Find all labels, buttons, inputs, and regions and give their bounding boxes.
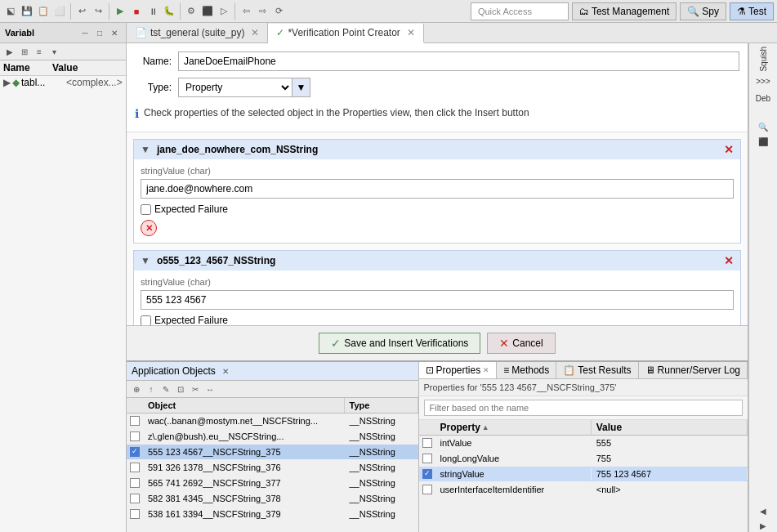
- tab-vp[interactable]: ✓ *Verification Point Creator ✕: [268, 24, 423, 43]
- test-button[interactable]: ⚗ Test: [730, 2, 774, 20]
- toolbar-icon-12[interactable]: ⟳: [271, 4, 286, 19]
- app-objects-close-icon[interactable]: ✕: [219, 364, 232, 378]
- suite-tab-close[interactable]: ✕: [251, 27, 259, 38]
- maximize-icon[interactable]: □: [93, 26, 106, 39]
- name-row: Name:: [135, 51, 739, 71]
- quick-access[interactable]: Quick Access: [471, 2, 569, 20]
- tab-runner-server[interactable]: 🖥 Runner/Server Log: [639, 362, 748, 378]
- ao-toolbar-icon-3[interactable]: ✎: [159, 382, 172, 396]
- table-row[interactable]: longLongValue 755: [419, 451, 748, 467]
- var-toolbar-icon-3[interactable]: ≡: [33, 45, 46, 58]
- ao-row-5-checkbox[interactable]: [127, 494, 143, 503]
- ao-toolbar-icon-1[interactable]: ⊕: [130, 382, 143, 396]
- toolbar-icon-1[interactable]: ⬕: [3, 4, 18, 19]
- list-item[interactable]: 565 741 2692__NSCFString_377 __NSString: [127, 476, 418, 491]
- prop-row-0-property: intValue: [435, 437, 592, 449]
- toolbar-icon-9[interactable]: ▷: [217, 4, 231, 19]
- toolbar-icon-10[interactable]: ⇦: [239, 4, 253, 19]
- minimize-icon[interactable]: ─: [78, 26, 92, 39]
- var-type-icon: ◆: [12, 77, 20, 88]
- vp-email-expected-failure-checkbox[interactable]: [141, 204, 151, 215]
- toolbar-icon-5[interactable]: ↩: [74, 4, 89, 19]
- prop-check-col: [419, 420, 435, 435]
- squish-label: Squish: [759, 47, 768, 72]
- test-management-button[interactable]: 🗂 Test Management: [572, 2, 677, 20]
- expand-panel-icon[interactable]: ◀: [757, 504, 770, 517]
- toolbar-icon-4[interactable]: ⬜: [52, 4, 67, 19]
- prop-row-2-checkbox[interactable]: [419, 469, 435, 479]
- vp-email-error-icon[interactable]: ✕: [141, 220, 157, 236]
- editor-panel: Name: Type: Property ▼ ℹ: [127, 43, 748, 532]
- ao-row-6-checkbox[interactable]: [127, 509, 143, 519]
- toolbar-icon-6[interactable]: ↪: [91, 4, 105, 19]
- list-item[interactable]: wac(..banan@mostym.net__NSCFString... __…: [127, 414, 418, 429]
- vp-section-phone-toggle[interactable]: ▼: [141, 255, 150, 266]
- properties-tabs: ⊡ Properties ✕ ≡ Methods 📋 Test Results: [419, 362, 748, 379]
- toolbar-icon-pause[interactable]: ⏸: [145, 4, 160, 19]
- type-select-arrow[interactable]: ▼: [292, 78, 310, 97]
- vp-phone-expected-failure-checkbox[interactable]: [141, 315, 151, 326]
- toolbar-icon-11[interactable]: ⇨: [255, 4, 270, 19]
- ao-toolbar-icon-2[interactable]: ↑: [145, 382, 158, 396]
- toolbar-icon-stop[interactable]: ■: [129, 4, 144, 19]
- ao-row-1-checkbox[interactable]: [127, 431, 143, 441]
- right-panel-icon-2[interactable]: ⬛: [757, 136, 770, 149]
- ao-toolbar-icon-5[interactable]: ✂: [189, 382, 202, 396]
- ao-row-2-checkbox[interactable]: [127, 447, 143, 457]
- table-row[interactable]: userInterfaceItemIdentifier <null>: [419, 482, 748, 498]
- toolbar-icon-2[interactable]: 💾: [20, 4, 34, 19]
- toolbar-icon-run[interactable]: ▶: [113, 4, 127, 19]
- tab-methods[interactable]: ≡ Methods: [497, 362, 556, 378]
- prop-row-3-checkbox[interactable]: [419, 485, 435, 494]
- list-item[interactable]: z\.glen@bush).eu__NSCFString... __NSStri…: [127, 429, 418, 445]
- tab-properties[interactable]: ⊡ Properties ✕: [419, 362, 498, 378]
- properties-filter-input[interactable]: [424, 400, 744, 416]
- tab-test-results[interactable]: 📋 Test Results: [556, 362, 638, 378]
- prop-property-col[interactable]: Property ▲: [435, 420, 592, 435]
- ao-row-0-checkbox[interactable]: [127, 416, 143, 426]
- name-input[interactable]: [178, 51, 739, 71]
- save-check-icon: ✓: [331, 337, 341, 350]
- ao-row-4-checkbox[interactable]: [127, 478, 143, 488]
- tab-suite[interactable]: 📄 tst_general (suite_py) ✕: [127, 23, 268, 42]
- vp-section-email-remove[interactable]: ✕: [724, 143, 734, 156]
- properties-tab-close[interactable]: ✕: [483, 366, 489, 374]
- vp-phone-field-input[interactable]: [141, 290, 734, 310]
- list-item[interactable]: 538 161 3394__NSCFString_379 __NSString: [127, 507, 418, 522]
- list-item[interactable]: 582 381 4345__NSCFString_378 __NSString: [127, 491, 418, 507]
- ao-toolbar-icon-6[interactable]: ↔: [203, 382, 217, 396]
- table-row[interactable]: intValue 555: [419, 436, 748, 451]
- toolbar-icon-8[interactable]: ⬛: [200, 4, 215, 19]
- vp-section-email-toggle[interactable]: ▼: [141, 144, 150, 155]
- list-item[interactable]: 555 123 4567__NSCFString_375 __NSString: [127, 445, 418, 460]
- var-toolbar-icon-1[interactable]: ▶: [3, 45, 16, 58]
- spy-button[interactable]: 🔍 Spy: [680, 2, 726, 20]
- table-row[interactable]: stringValue 755 123 4567: [419, 467, 748, 482]
- toolbar-icon-3[interactable]: 📋: [36, 4, 51, 19]
- cancel-button[interactable]: ✕ Cancel: [487, 333, 555, 354]
- type-select[interactable]: Property: [178, 78, 292, 97]
- right-panel-icon-1[interactable]: 🔍: [757, 121, 770, 134]
- prop-row-0-checkbox[interactable]: [419, 438, 435, 448]
- ao-check-2: [130, 447, 140, 457]
- ao-row-6-type: __NSString: [345, 508, 418, 520]
- vp-tab-close[interactable]: ✕: [407, 27, 415, 38]
- toolbar-icon-7[interactable]: ⚙: [184, 4, 199, 19]
- toolbar-icon-debug[interactable]: 🐛: [162, 4, 176, 19]
- vp-phone-expected-failure-row: Expected Failure: [141, 315, 734, 325]
- vp-scroll-area[interactable]: ▼ jane_doe_nowhere_com_NSString ✕ string…: [127, 132, 748, 325]
- var-toolbar-icon-2[interactable]: ⊞: [18, 45, 31, 58]
- list-item[interactable]: 591 326 1378__NSCFString_376 __NSString: [127, 460, 418, 476]
- ao-toolbar-icon-4[interactable]: ⊡: [174, 382, 187, 396]
- vp-section-phone-remove[interactable]: ✕: [724, 254, 734, 267]
- vp-email-field-input[interactable]: [141, 179, 734, 199]
- save-insert-button[interactable]: ✓ Save and Insert Verifications: [319, 333, 480, 354]
- var-toolbar-dropdown[interactable]: ▾: [47, 45, 60, 58]
- prop-row-1-checkbox[interactable]: [419, 454, 435, 463]
- close-panel-icon[interactable]: ✕: [108, 26, 121, 39]
- ao-row-2-type: __NSString: [345, 446, 418, 458]
- collapse-panel-icon[interactable]: ▶: [757, 519, 770, 532]
- var-row[interactable]: ▶ ◆ tabl... <complex...>: [0, 76, 126, 89]
- property-sort-icon: ▲: [482, 423, 489, 431]
- ao-row-3-checkbox[interactable]: [127, 463, 143, 472]
